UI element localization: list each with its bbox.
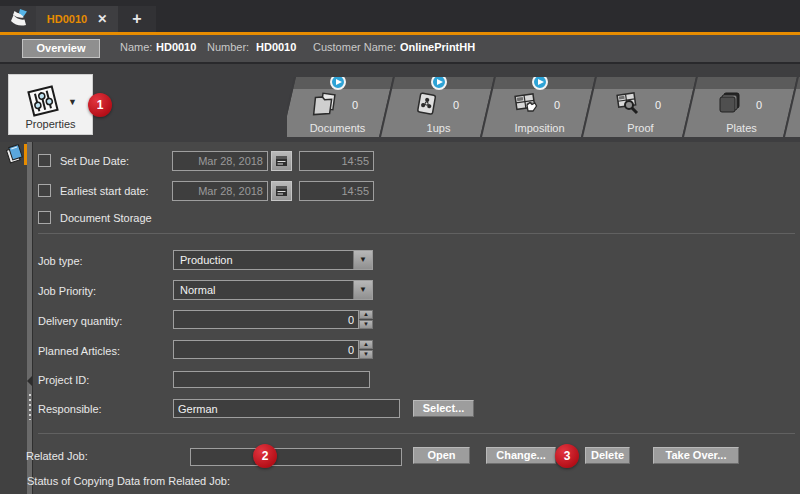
overview-button[interactable]: Overview [22,39,100,58]
name-label: Name: [120,41,152,53]
documents-folder-icon [311,90,339,120]
due-date-field[interactable] [172,151,268,171]
responsible-select-button[interactable]: Select... [413,400,474,417]
set-due-date-label: Set Due Date: [60,155,129,167]
planned-articles-label: Planned Articles: [38,345,120,357]
step-badge-2: 2 [253,444,277,468]
earliest-start-time-field[interactable] [299,181,374,201]
open-button[interactable]: Open [413,447,470,464]
name-value: HD0010 [156,41,196,53]
related-job-label: Related Job: [26,450,88,462]
delete-button[interactable]: Delete [585,447,630,464]
job-priority-label: Job Priority: [38,285,96,297]
take-over-button[interactable]: Take Over... [653,447,739,464]
workflow-step-imposition[interactable]: 0 Imposition [489,77,590,137]
project-id-label: Project ID: [38,374,89,386]
tab-close-icon[interactable]: ✕ [97,12,107,26]
properties-label: Properties [9,118,92,130]
project-id-field[interactable] [173,371,370,388]
plus-icon: + [132,10,141,28]
new-tab-button[interactable]: + [118,6,156,32]
spin-down-icon[interactable]: ▼ [359,320,373,329]
job-type-select[interactable]: Production ▼ [173,250,373,270]
spin-up-icon[interactable]: ▲ [359,340,373,349]
step-label: Documents [310,122,366,134]
app-logo-tab[interactable] [0,6,36,32]
separator [38,433,795,434]
step-label: 1ups [427,122,451,134]
play-icon[interactable] [431,77,447,90]
properties-sliders-icon [24,82,62,122]
spin-up-icon[interactable]: ▲ [359,310,373,319]
prinect-cockpit-window: HD0010 ✕ + Overview Name: HD0010 Number:… [0,0,800,494]
notes-book-icon[interactable] [5,143,25,167]
step-count: 0 [554,99,560,111]
step-badge-3: 3 [555,444,579,468]
workflow-step-1ups[interactable]: 0 1ups [388,77,489,137]
panel-splitter[interactable] [27,142,33,494]
step-count: 0 [756,99,762,111]
oneups-page-icon [412,90,440,120]
responsible-field[interactable] [173,399,400,418]
overview-panel: Set Due Date: Earliest start date: Docum… [0,142,800,494]
change-button[interactable]: Change... [486,447,556,464]
proof-sheet-magnifier-icon [614,90,642,120]
planned-articles-field[interactable] [173,340,359,359]
number-label: Number: [207,41,249,53]
due-time-field[interactable] [299,151,374,171]
due-date-calendar-button[interactable] [271,151,292,171]
step-count: 0 [655,99,661,111]
related-job-field[interactable] [190,448,402,466]
responsible-label: Responsible: [38,403,102,415]
step-badge-1: 1 [88,93,112,117]
planned-articles-stepper[interactable]: ▲ ▼ [359,340,373,359]
document-storage-checkbox[interactable] [38,211,51,224]
play-icon[interactable] [330,77,346,90]
earliest-start-label: Earliest start date: [60,185,149,197]
calendar-icon [275,185,288,197]
plates-stack-icon [715,90,743,120]
properties-button[interactable]: ▼ Properties [8,74,93,135]
chevron-down-icon[interactable]: ▼ [353,251,372,269]
step-count: 0 [453,99,459,111]
step-label: Plates [726,122,757,134]
delivery-quantity-label: Delivery quantity: [38,315,122,327]
tab-job-hd0010[interactable]: HD0010 ✕ [36,6,118,32]
chevron-down-icon[interactable]: ▼ [68,97,77,107]
tab-bar: HD0010 ✕ + [0,0,800,32]
splitter-collapse-icon[interactable] [27,376,32,386]
job-header-bar: Overview Name: HD0010 Number: HD0010 Cus… [0,35,800,62]
separator [38,233,795,234]
left-icon-rail [0,142,27,494]
step-label: Imposition [514,122,564,134]
splitter-grip[interactable] [29,394,31,420]
tab-label: HD0010 [47,13,87,25]
spin-down-icon[interactable]: ▼ [359,350,373,359]
delivery-quantity-field[interactable] [173,310,359,329]
job-priority-select[interactable]: Normal ▼ [173,280,373,300]
earliest-start-calendar-button[interactable] [271,181,292,201]
copy-status-label: Status of Copying Data from Related Job: [27,475,230,487]
delivery-quantity-stepper[interactable]: ▲ ▼ [359,310,373,329]
step-label: Proof [627,122,653,134]
job-type-value: Production [180,254,233,266]
set-due-date-checkbox[interactable] [38,154,51,167]
customer-label: Customer Name: [313,41,396,53]
workflow-step-next-partial [792,77,800,137]
step-count: 0 [352,99,358,111]
play-icon[interactable] [532,77,548,90]
document-storage-label: Document Storage [60,212,152,224]
workflow-step-proof[interactable]: 0 Proof [590,77,691,137]
calendar-icon [275,155,288,167]
customer-value: OnlinePrintHH [400,41,475,53]
number-value: HD0010 [256,41,296,53]
workflow-step-strip: 0 Documents [287,77,800,137]
workflow-step-plates[interactable]: 0 Plates [691,77,792,137]
toolbar: ▼ Properties 1 0 [0,62,800,142]
job-priority-value: Normal [180,284,215,296]
workflow-step-documents[interactable]: 0 Documents [287,77,388,137]
chevron-down-icon[interactable]: ▼ [353,281,372,299]
prinect-logo-icon [6,6,30,32]
earliest-start-date-field[interactable] [172,181,268,201]
earliest-start-checkbox[interactable] [38,184,51,197]
